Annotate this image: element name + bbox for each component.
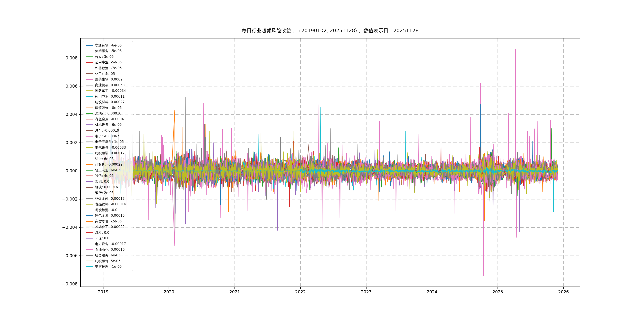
legend-line-swatch — [86, 176, 92, 176]
legend-line-swatch — [86, 130, 92, 131]
legend-label: 电子: -0.00067 — [95, 134, 119, 138]
y-tick-label: 0.006 — [66, 84, 78, 89]
legend-label: 采掘: 0.0 — [95, 179, 109, 184]
legend-line-swatch — [86, 226, 92, 227]
legend-line-swatch — [86, 266, 92, 267]
legend-item: 公用事业: -5e-05 — [83, 60, 133, 66]
legend-label: 建筑材料: 0.00027 — [95, 100, 125, 104]
chart-title: 每日行业超额风险收益，（20190102, 20251128)， 数值表示日：2… — [242, 28, 418, 34]
legend-line-swatch — [86, 260, 92, 261]
x-tick-label: 2025 — [492, 290, 503, 294]
figure: 每日行业超额风险收益，（20190102, 20251128)， 数值表示日：2… — [0, 0, 644, 322]
legend-label: 电气设备: -0.00033 — [95, 145, 126, 150]
legend-label: 化工: -4e-05 — [95, 72, 115, 76]
legend-item: 纺织服饰: 5e-05 — [83, 258, 133, 264]
legend-line-swatch — [86, 153, 92, 154]
legend-line-swatch — [86, 79, 92, 80]
legend-line-swatch — [86, 238, 92, 238]
legend-item: 传媒: 3e-05 — [83, 54, 133, 60]
legend-label: 交通运输: -6e-05 — [95, 43, 122, 48]
legend-label: 商业贸易: 0.00053 — [95, 83, 125, 88]
legend-label: 钢铁: 0.00016 — [95, 185, 118, 190]
legend-label: 休闲服务: -5e-05 — [95, 49, 122, 53]
legend-label: 国防军工: -0.00034 — [95, 88, 126, 93]
legend-label: 非银金融: 0.00013 — [95, 196, 125, 201]
legend-item: 医药生物: 0.0002 — [83, 76, 133, 82]
x-tick-label: 2023 — [361, 290, 372, 294]
legend-label: 石油石化: 0.00016 — [95, 247, 125, 252]
y-tick-label: 0.008 — [66, 56, 78, 60]
legend-line-swatch — [86, 62, 92, 62]
legend-item: 美容护理: -1e-05 — [83, 264, 133, 270]
legend-line-swatch — [86, 164, 92, 165]
legend-item: 轻工制造: 6e-05 — [83, 167, 133, 173]
legend-item: 农林牧渔: -7e-05 — [83, 65, 133, 71]
legend-label: 银行: 2e-05 — [95, 190, 114, 195]
legend-label: 机械设备: -6e-05 — [95, 122, 122, 127]
legend-item: 环保: 0.0 — [83, 236, 133, 241]
legend-item: 电气设备: -0.00033 — [83, 145, 133, 150]
legend-item: 家用电器: 0.00011 — [83, 94, 133, 100]
legend-line-swatch — [86, 158, 92, 159]
y-tick-label: −0.006 — [62, 254, 78, 258]
legend-label: 汽车: -0.00019 — [95, 128, 119, 133]
y-tick-label: −0.002 — [62, 197, 78, 202]
legend-line-swatch — [86, 136, 92, 136]
legend-line-swatch — [86, 119, 92, 120]
y-tick-label: 0.004 — [66, 112, 78, 117]
legend-label: 环保: 0.0 — [95, 236, 109, 240]
legend-item: 纺织服装: 0.00017 — [83, 150, 133, 156]
legend-item: 银行: 2e-05 — [83, 190, 133, 196]
legend-item: 计算机: -0.00022 — [83, 162, 133, 167]
legend-label: 农林牧渔: -7e-05 — [95, 66, 122, 70]
legend-item: 建筑装饰: -8e-05 — [83, 105, 133, 111]
legend-line-swatch — [86, 108, 92, 108]
legend-item: 基础化工: 0.00022 — [83, 224, 133, 230]
legend-label: 黑色金属: 0.00015 — [95, 213, 125, 218]
y-tick-label: 0.002 — [66, 140, 78, 145]
legend-item: 通信: 4e-05 — [83, 173, 133, 179]
legend-line-swatch — [86, 147, 92, 148]
legend-line-swatch — [86, 181, 92, 182]
legend-item: 电子元器件: 1e-05 — [83, 139, 133, 145]
legend-label: 综合: 6e-05 — [95, 157, 114, 161]
legend-label: 轻工制造: 6e-05 — [95, 168, 120, 172]
x-tick-label: 2020 — [164, 290, 174, 294]
legend-label: 食品饮料: -0.00014 — [95, 202, 126, 206]
legend-item: 煤炭: 0.0 — [83, 230, 133, 236]
y-tick-label: −0.008 — [62, 282, 78, 286]
legend-item: 化工: -4e-05 — [83, 71, 133, 77]
legend-line-swatch — [86, 68, 92, 68]
legend-item: 电力设备: -0.00017 — [83, 241, 133, 247]
x-tick-label: 2019 — [98, 290, 108, 294]
legend-item: 国防军工: -0.00034 — [83, 88, 133, 94]
legend-item: 钢铁: 0.00016 — [83, 184, 133, 190]
legend-line-swatch — [86, 221, 92, 222]
legend-label: 医药生物: 0.0002 — [95, 77, 123, 82]
legend-item: 汽车: -0.00019 — [83, 128, 133, 133]
legend-label: 计算机: -0.00022 — [95, 162, 123, 167]
legend-line-swatch — [86, 90, 92, 91]
x-tick-label: 2024 — [427, 290, 437, 294]
legend-line-swatch — [86, 192, 92, 193]
legend-line-swatch — [86, 249, 92, 250]
legend-label: 电子元器件: 1e-05 — [95, 140, 124, 144]
legend-item: 电子: -0.00067 — [83, 133, 133, 139]
legend-item: 建筑材料: 0.00027 — [83, 99, 133, 105]
legend-label: 房地产: 0.00016 — [95, 111, 121, 116]
legend-item: 采掘: 0.0 — [83, 179, 133, 184]
legend-item: 餐饮旅游: -0.0 — [83, 207, 133, 213]
legend-item: 机械设备: -6e-05 — [83, 122, 133, 128]
y-tick-label: −0.004 — [62, 225, 78, 230]
legend-line-swatch — [86, 255, 92, 256]
legend-item: 社会服务: 6e-05 — [83, 252, 133, 258]
x-tick-label: 2021 — [230, 290, 240, 294]
legend-item: 黑色金属: 0.00015 — [83, 213, 133, 218]
legend-line-swatch — [86, 232, 92, 233]
legend-label: 煤炭: 0.0 — [95, 230, 109, 235]
legend-label: 公用事业: -5e-05 — [95, 60, 122, 64]
legend-item: 有色金属: -0.00041 — [83, 116, 133, 122]
legend-label: 传媒: 3e-05 — [95, 54, 114, 59]
legend-item: 商贸零售: -2e-05 — [83, 218, 133, 224]
legend-line-swatch — [86, 244, 92, 244]
